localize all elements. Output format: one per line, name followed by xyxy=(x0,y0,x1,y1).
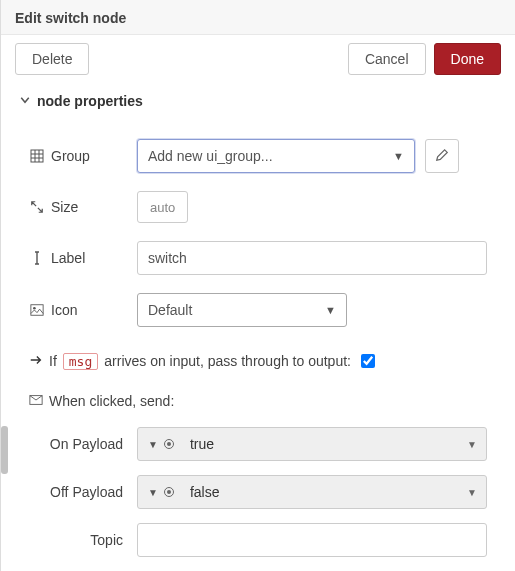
svg-rect-0 xyxy=(31,150,43,162)
expand-icon xyxy=(29,200,45,214)
passthrough-checkbox[interactable] xyxy=(361,354,375,368)
row-group: Group Add new ui_group... ▼ xyxy=(29,139,487,173)
on-payload-value: true xyxy=(184,436,458,452)
when-clicked-label: When clicked, send: xyxy=(49,393,174,409)
row-when-clicked: When clicked, send: xyxy=(29,393,487,409)
panel-title: Edit switch node xyxy=(15,10,126,26)
edit-group-button[interactable] xyxy=(425,139,459,173)
envelope-icon xyxy=(29,393,43,409)
caret-down-icon: ▼ xyxy=(325,304,336,316)
off-payload-value: false xyxy=(184,484,458,500)
label-text: Group xyxy=(51,148,90,164)
msg-badge: msg xyxy=(63,353,98,370)
bool-type-icon xyxy=(164,439,174,449)
bool-type-icon xyxy=(164,487,174,497)
passthrough-prefix: If xyxy=(49,353,57,369)
size-button[interactable]: auto xyxy=(137,191,188,223)
passthrough-suffix: arrives on input, pass through to output… xyxy=(104,353,351,369)
on-payload-label: On Payload xyxy=(29,436,137,452)
done-button[interactable]: Done xyxy=(434,43,501,75)
row-on-payload: On Payload ▼ true ▼ xyxy=(29,427,487,461)
row-off-payload: Off Payload ▼ false ▼ xyxy=(29,475,487,509)
off-payload-input[interactable]: ▼ false ▼ xyxy=(137,475,487,509)
topic-input[interactable] xyxy=(137,523,487,557)
pencil-icon xyxy=(435,148,449,165)
header-buttons: Delete Cancel Done xyxy=(1,35,515,93)
label-size: Size xyxy=(29,199,137,215)
group-select[interactable]: Add new ui_group... ▼ xyxy=(137,139,415,173)
on-payload-type-button[interactable]: ▼ xyxy=(138,428,184,460)
caret-down-icon: ▼ xyxy=(458,439,486,450)
label-text: Icon xyxy=(51,302,77,318)
svg-rect-5 xyxy=(31,305,43,316)
topic-label: Topic xyxy=(29,532,137,548)
row-icon: Icon Default ▼ xyxy=(29,293,487,327)
label-label: Label xyxy=(29,250,137,266)
chevron-down-icon xyxy=(19,93,31,109)
label-icon: Icon xyxy=(29,302,137,318)
row-topic: Topic xyxy=(29,523,487,557)
svg-point-6 xyxy=(33,307,36,310)
arrow-right-icon xyxy=(29,353,43,370)
caret-down-icon: ▼ xyxy=(393,150,404,162)
label-input[interactable] xyxy=(137,241,487,275)
label-text: Label xyxy=(51,250,85,266)
size-value: auto xyxy=(150,200,175,215)
off-payload-label: Off Payload xyxy=(29,484,137,500)
off-payload-type-button[interactable]: ▼ xyxy=(138,476,184,508)
label-group: Group xyxy=(29,148,137,164)
caret-down-icon: ▼ xyxy=(458,487,486,498)
spacer xyxy=(97,43,339,75)
edit-node-panel: Edit switch node Delete Cancel Done node… xyxy=(0,0,515,571)
panel-header: Edit switch node xyxy=(1,0,515,35)
icon-select[interactable]: Default ▼ xyxy=(137,293,347,327)
row-size: Size auto xyxy=(29,191,487,223)
form-body: Group Add new ui_group... ▼ Size auto xyxy=(1,115,515,571)
cancel-button[interactable]: Cancel xyxy=(348,43,426,75)
text-cursor-icon xyxy=(29,251,45,265)
caret-down-icon: ▼ xyxy=(148,439,158,450)
label-text: Size xyxy=(51,199,78,215)
caret-down-icon: ▼ xyxy=(148,487,158,498)
row-passthrough: If msg arrives on input, pass through to… xyxy=(29,351,487,371)
delete-button[interactable]: Delete xyxy=(15,43,89,75)
row-label: Label xyxy=(29,241,487,275)
section-toggle-properties[interactable]: node properties xyxy=(1,93,515,115)
icon-select-value: Default xyxy=(148,302,192,318)
group-select-value: Add new ui_group... xyxy=(148,148,273,164)
grid-icon xyxy=(29,149,45,163)
on-payload-input[interactable]: ▼ true ▼ xyxy=(137,427,487,461)
section-title: node properties xyxy=(37,93,143,109)
scrollbar-thumb[interactable] xyxy=(1,426,8,474)
image-icon xyxy=(29,303,45,317)
